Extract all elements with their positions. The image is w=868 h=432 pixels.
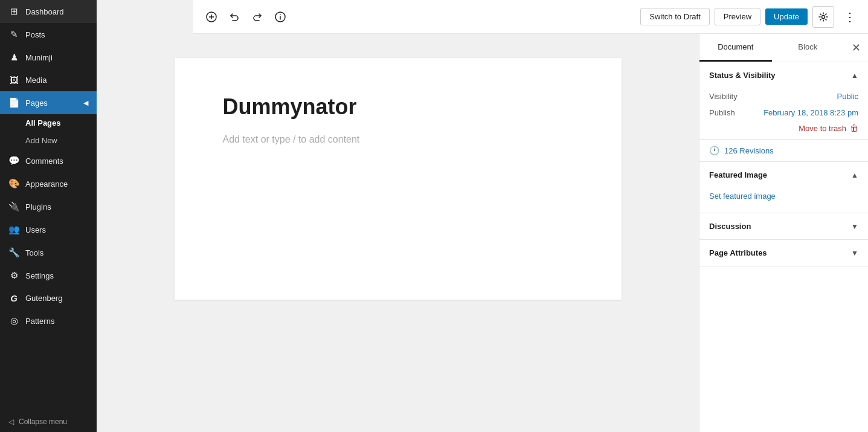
dashboard-icon: ⊞: [8, 6, 19, 17]
svg-point-5: [280, 14, 281, 15]
preview-button[interactable]: Preview: [715, 8, 760, 25]
add-block-button[interactable]: [201, 6, 222, 28]
panel-close-button[interactable]: ✕: [844, 36, 868, 60]
page-attributes-title: Page Attributes: [709, 248, 767, 257]
sidebar-item-dashboard[interactable]: ⊞ Dashboard: [0, 0, 97, 23]
featured-image-body: Set featured image: [699, 188, 868, 213]
status-visibility-section: Status & Visibility ▲ Visibility Public …: [699, 62, 868, 140]
publish-label: Publish: [709, 108, 735, 117]
update-button[interactable]: Update: [765, 8, 808, 25]
visibility-row: Visibility Public: [699, 88, 868, 105]
more-options-button[interactable]: ⋮: [839, 6, 861, 28]
switch-to-draft-button[interactable]: Switch to Draft: [640, 8, 710, 25]
info-button[interactable]: [269, 6, 291, 28]
revisions-clock-icon: 🕐: [709, 146, 719, 155]
page-attributes-arrow: ▼: [851, 249, 858, 257]
discussion-title: Discussion: [709, 222, 751, 231]
visibility-value[interactable]: Public: [837, 92, 858, 101]
discussion-section: Discussion ▼: [699, 213, 868, 240]
page-attributes-section: Page Attributes ▼: [699, 240, 868, 266]
set-featured-image-link[interactable]: Set featured image: [709, 188, 858, 204]
publish-date[interactable]: February 18, 2018 8:23 pm: [764, 108, 858, 117]
featured-image-title: Featured Image: [709, 170, 767, 179]
featured-image-header[interactable]: Featured Image ▲: [699, 162, 868, 188]
page-body-placeholder[interactable]: Add text or type / to add content: [223, 134, 573, 145]
page-attributes-header[interactable]: Page Attributes ▼: [699, 240, 868, 266]
discussion-arrow: ▼: [851, 222, 858, 231]
revisions-section: 🕐 126 Revisions: [699, 140, 868, 162]
publish-row: Publish February 18, 2018 8:23 pm: [699, 105, 868, 121]
page-title-input[interactable]: [223, 94, 573, 120]
status-visibility-arrow: ▲: [851, 71, 858, 80]
status-visibility-title: Status & Visibility: [709, 71, 776, 80]
settings-button[interactable]: [812, 6, 834, 28]
trash-row: Move to trash 🗑: [699, 121, 868, 139]
discussion-header[interactable]: Discussion ▼: [699, 213, 868, 239]
undo-button[interactable]: [223, 6, 245, 28]
redo-button[interactable]: [246, 6, 268, 28]
status-visibility-header[interactable]: Status & Visibility ▲: [699, 62, 868, 88]
tab-document[interactable]: Document: [699, 34, 772, 62]
featured-image-section: Featured Image ▲ Set featured image: [699, 162, 868, 213]
visibility-label: Visibility: [709, 92, 738, 101]
trash-icon: 🗑: [850, 123, 858, 133]
tab-block[interactable]: Block: [772, 34, 844, 62]
panel-header: Document Block ✕: [699, 34, 868, 62]
svg-point-6: [822, 15, 825, 18]
revisions-link[interactable]: 126 Revisions: [724, 146, 774, 155]
move-to-trash-link[interactable]: Move to trash: [799, 124, 846, 133]
revisions-row[interactable]: 🕐 126 Revisions: [699, 140, 868, 161]
featured-image-arrow: ▲: [851, 171, 858, 179]
